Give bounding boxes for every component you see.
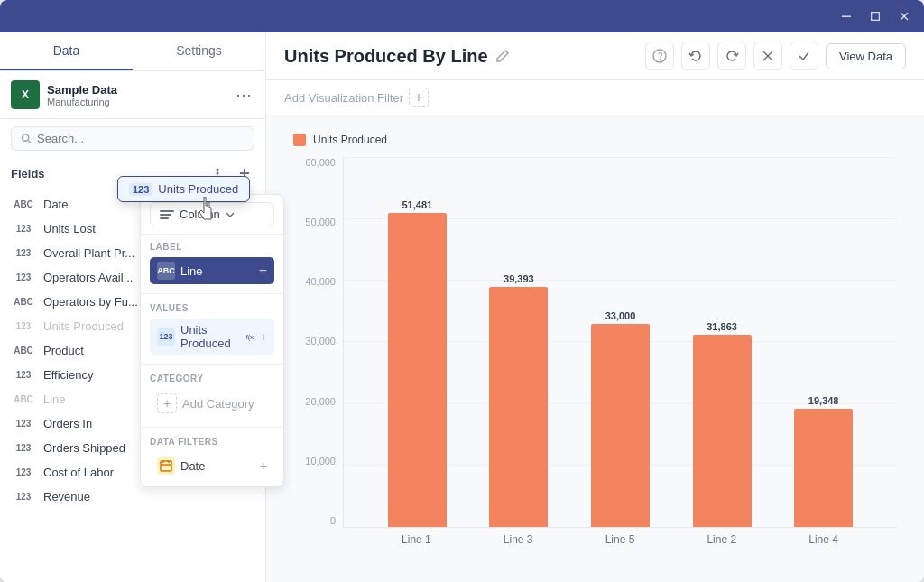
field-type-num: 123 (11, 247, 36, 259)
bar-value-line3: 39,393 (504, 273, 534, 284)
config-label-item[interactable]: ABC Line + (150, 257, 274, 284)
y-label-40k: 40,000 (293, 276, 343, 287)
chart-plot: 51,481 39,393 (343, 157, 897, 551)
toolbar-close-button[interactable] (753, 42, 782, 70)
svg-text:f(x): f(x) (245, 333, 254, 341)
chart-type-dropdown[interactable]: Column (150, 202, 274, 226)
search-input[interactable] (37, 132, 245, 145)
bar-line1[interactable] (388, 213, 447, 528)
bar-group-line5: 33,000 (574, 157, 667, 527)
toolbar-check-button[interactable] (790, 42, 818, 70)
fields-label: Fields (11, 167, 45, 180)
more-options-button[interactable]: ⋯ (233, 84, 254, 106)
field-name: Operators by Fu... (43, 295, 138, 309)
field-item-revenue[interactable]: 123 Revenue (0, 485, 265, 509)
close-button[interactable] (892, 6, 917, 26)
config-filter-date-item[interactable]: Date + (150, 452, 274, 479)
bar-line3[interactable] (489, 287, 548, 528)
field-name: Orders Shipped (43, 441, 125, 455)
svg-rect-1 (872, 13, 880, 21)
view-data-button[interactable]: View Data (826, 43, 906, 69)
data-source-name: Sample Data (47, 83, 226, 97)
chart-title: Units Produced By Line (284, 46, 488, 67)
add-filter-button[interactable]: Add Visualization Filter + (284, 88, 429, 107)
config-values-icon: 123 (157, 328, 175, 346)
config-values-add[interactable]: + (260, 330, 267, 343)
field-type-num: 123 (11, 320, 36, 332)
x-labels: Line 1 Line 3 Line 5 Line 2 Line 4 (343, 528, 897, 551)
field-type-num: 123 (11, 418, 36, 430)
chevron-down-icon (226, 212, 235, 217)
chart-legend: Units Produced (293, 134, 897, 146)
bar-line4[interactable] (794, 409, 853, 527)
config-values-item[interactable]: 123 Units Produced f(x) + (150, 319, 274, 355)
y-label-30k: 30,000 (293, 336, 343, 346)
function-icon: f(x) (245, 330, 254, 343)
left-panel: Data Settings X Sample Data Manufacturin… (0, 32, 266, 582)
undo-icon (688, 49, 703, 63)
field-name: Units Produced (43, 319, 124, 333)
config-filter-add[interactable]: + (260, 459, 267, 472)
bar-value-line2: 31,863 (707, 321, 737, 332)
edit-icon (495, 49, 510, 63)
drag-ghost-label: Units Produced (158, 182, 238, 196)
config-values-header: VALUES (150, 303, 274, 313)
tab-bar: Data Settings (0, 32, 265, 71)
field-name: Units Lost (43, 222, 96, 236)
x-label-line2: Line 2 (675, 533, 768, 546)
field-type-num: 123 (11, 272, 36, 283)
svg-rect-12 (161, 461, 171, 471)
config-filter-date-icon (157, 457, 175, 475)
data-source-info: Sample Data Manufacturing (47, 83, 226, 107)
add-filter-plus-icon: + (409, 88, 429, 107)
toolbar-undo-button[interactable] (681, 42, 710, 70)
config-filter-date-text: Date (180, 459, 205, 473)
maximize-button[interactable] (863, 6, 888, 26)
svg-point-7 (217, 172, 219, 175)
help-icon: ? (652, 49, 667, 63)
field-name: Orders In (43, 417, 92, 430)
config-label-add[interactable]: + (259, 263, 267, 278)
field-name: Overall Plant Pr... (43, 246, 134, 260)
bar-value-line5: 33,000 (605, 310, 636, 321)
tab-data[interactable]: Data (0, 32, 133, 70)
x-label-line5: Line 5 (574, 533, 667, 546)
y-label-50k: 50,000 (293, 217, 343, 227)
minimize-button[interactable] (834, 6, 859, 26)
add-category-plus-icon: + (157, 393, 177, 413)
window-controls (834, 6, 917, 26)
bar-line2[interactable] (693, 335, 752, 527)
config-label-text: Line (180, 264, 203, 278)
data-source-type: Manufacturing (47, 97, 226, 107)
field-name: Line (43, 393, 66, 406)
config-divider-1 (141, 293, 283, 294)
data-source-row: X Sample Data Manufacturing ⋯ (0, 71, 265, 119)
config-category-add[interactable]: + Add Category (150, 389, 274, 418)
config-values-section: VALUES 123 Units Produced f(x) + (141, 296, 283, 362)
config-label-icon: ABC (157, 262, 175, 280)
svg-point-6 (217, 169, 219, 171)
field-name: Product (43, 344, 84, 357)
toolbar-redo-button[interactable] (717, 42, 746, 70)
column-dropdown-label: Column (180, 208, 220, 221)
field-type-num: 123 (11, 442, 36, 454)
config-data-filters-section: DATA FILTERS Date + (141, 430, 283, 486)
chart-grid: 51,481 39,393 (343, 157, 897, 528)
add-category-label: Add Category (182, 397, 254, 411)
filter-bar: Add Visualization Filter + (266, 80, 924, 115)
field-type-abc: ABC (11, 393, 36, 405)
legend-color-swatch (293, 134, 306, 146)
toolbar-help-button[interactable]: ? (645, 42, 674, 70)
y-label-60k: 60,000 (293, 157, 343, 168)
bar-line5[interactable] (591, 324, 650, 528)
bar-group-line1: 51,481 (371, 157, 464, 527)
config-label-section: LABEL ABC Line + (141, 235, 283, 291)
search-container[interactable] (11, 126, 254, 151)
edit-title-button[interactable] (495, 49, 510, 63)
check-icon (797, 49, 811, 63)
bar-value-line1: 51,481 (402, 199, 432, 210)
bar-group-line2: 31,863 (676, 157, 769, 527)
field-type-abc: ABC (11, 199, 36, 210)
tab-settings[interactable]: Settings (133, 32, 265, 70)
right-panel: Units Produced By Line ? (266, 32, 924, 582)
